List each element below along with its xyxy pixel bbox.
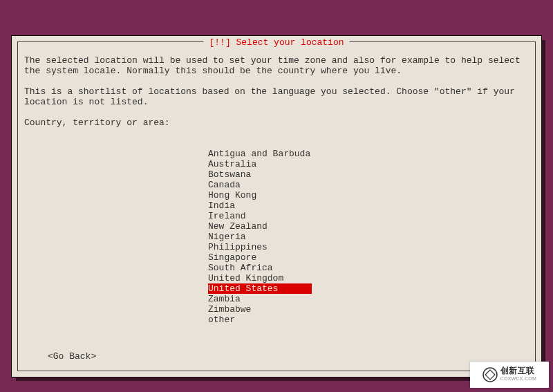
location-item[interactable]: Zambia: [208, 294, 316, 304]
location-item[interactable]: South Africa: [208, 263, 316, 273]
location-dialog: [!!] Select your location The selected l…: [11, 35, 542, 377]
location-item[interactable]: Zimbabwe: [208, 304, 316, 315]
dialog-shadow-right: [541, 40, 545, 381]
location-item[interactable]: Nigeria: [208, 232, 316, 242]
watermark: 创新互联 CDXWCX.COM: [470, 362, 549, 388]
dialog-prompt: Country, territory or area:: [24, 118, 529, 128]
location-item[interactable]: United Kingdom: [208, 273, 316, 283]
watermark-logo-icon: [482, 367, 498, 382]
location-item[interactable]: Australia: [208, 159, 316, 169]
location-item[interactable]: Botswana: [208, 169, 316, 180]
dialog-content: The selected location will be used to se…: [24, 55, 529, 138]
watermark-en: CDXWCX.COM: [500, 375, 536, 383]
location-item[interactable]: Canada: [208, 180, 316, 190]
dialog-shadow-bottom: [16, 377, 545, 381]
location-item[interactable]: Hong Kong: [208, 190, 316, 200]
location-item[interactable]: Philippines: [208, 242, 316, 252]
location-item[interactable]: other: [208, 315, 316, 325]
go-back-button[interactable]: <Go Back>: [48, 351, 96, 362]
location-item[interactable]: Singapore: [208, 252, 316, 263]
location-list[interactable]: Antigua and BarbudaAustraliaBotswanaCana…: [208, 149, 316, 325]
dialog-paragraph-2: This is a shortlist of locations based o…: [24, 86, 529, 107]
location-item[interactable]: India: [208, 200, 316, 211]
watermark-text: 创新互联 CDXWCX.COM: [500, 366, 536, 383]
watermark-cn: 创新互联: [500, 366, 536, 375]
location-item[interactable]: Antigua and Barbuda: [208, 149, 316, 159]
location-item[interactable]: United States: [208, 283, 312, 294]
dialog-title: [!!] Select your location: [203, 37, 349, 48]
location-item[interactable]: Ireland: [208, 211, 316, 221]
location-item[interactable]: New Zealand: [208, 221, 316, 232]
dialog-paragraph-1: The selected location will be used to se…: [24, 55, 529, 76]
